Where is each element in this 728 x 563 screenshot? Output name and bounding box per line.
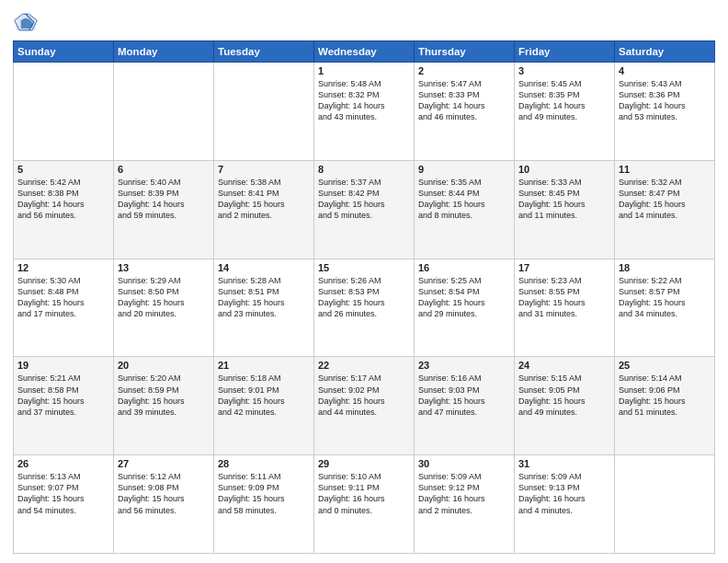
day-number: 27 xyxy=(118,458,210,469)
day-cell: 9Sunrise: 5:35 AM Sunset: 8:44 PM Daylig… xyxy=(415,160,515,259)
weekday-wednesday: Wednesday xyxy=(314,41,415,63)
weekday-monday: Monday xyxy=(114,41,214,63)
weekday-saturday: Saturday xyxy=(615,41,715,63)
day-detail: Sunrise: 5:22 AM Sunset: 8:57 PM Dayligh… xyxy=(619,275,711,320)
day-detail: Sunrise: 5:29 AM Sunset: 8:50 PM Dayligh… xyxy=(118,275,210,320)
day-number: 2 xyxy=(418,65,510,76)
day-cell: 16Sunrise: 5:25 AM Sunset: 8:54 PM Dayli… xyxy=(415,259,515,357)
day-cell: 18Sunrise: 5:22 AM Sunset: 8:57 PM Dayli… xyxy=(615,259,715,357)
day-cell: 8Sunrise: 5:37 AM Sunset: 8:42 PM Daylig… xyxy=(314,160,415,259)
day-number: 31 xyxy=(518,458,610,469)
day-number: 16 xyxy=(418,262,510,273)
day-cell: 17Sunrise: 5:23 AM Sunset: 8:55 PM Dayli… xyxy=(515,259,615,357)
day-cell: 4Sunrise: 5:43 AM Sunset: 8:36 PM Daylig… xyxy=(615,63,715,161)
day-cell xyxy=(114,63,214,161)
day-detail: Sunrise: 5:13 AM Sunset: 9:07 PM Dayligh… xyxy=(17,471,109,516)
day-number: 21 xyxy=(218,360,310,371)
day-cell: 19Sunrise: 5:21 AM Sunset: 8:58 PM Dayli… xyxy=(14,357,114,455)
day-cell: 5Sunrise: 5:42 AM Sunset: 8:38 PM Daylig… xyxy=(14,160,114,259)
weekday-thursday: Thursday xyxy=(415,41,515,63)
day-number: 19 xyxy=(17,360,109,371)
day-cell: 3Sunrise: 5:45 AM Sunset: 8:35 PM Daylig… xyxy=(515,63,615,161)
weekday-header-row: SundayMondayTuesdayWednesdayThursdayFrid… xyxy=(14,41,715,63)
day-detail: Sunrise: 5:14 AM Sunset: 9:06 PM Dayligh… xyxy=(619,373,711,418)
day-number: 11 xyxy=(619,164,711,175)
day-cell: 30Sunrise: 5:09 AM Sunset: 9:12 PM Dayli… xyxy=(415,455,515,554)
day-detail: Sunrise: 5:40 AM Sunset: 8:39 PM Dayligh… xyxy=(118,177,210,222)
day-cell: 11Sunrise: 5:32 AM Sunset: 8:47 PM Dayli… xyxy=(615,160,715,259)
day-cell: 15Sunrise: 5:26 AM Sunset: 8:53 PM Dayli… xyxy=(314,259,415,357)
day-detail: Sunrise: 5:48 AM Sunset: 8:32 PM Dayligh… xyxy=(318,78,410,123)
day-detail: Sunrise: 5:35 AM Sunset: 8:44 PM Dayligh… xyxy=(418,177,510,222)
day-number: 25 xyxy=(619,360,711,371)
week-row-4: 19Sunrise: 5:21 AM Sunset: 8:58 PM Dayli… xyxy=(14,357,715,455)
day-number: 12 xyxy=(17,262,109,273)
day-number: 17 xyxy=(518,262,610,273)
day-cell: 24Sunrise: 5:15 AM Sunset: 9:05 PM Dayli… xyxy=(515,357,615,455)
day-cell: 29Sunrise: 5:10 AM Sunset: 9:11 PM Dayli… xyxy=(314,455,415,554)
week-row-2: 5Sunrise: 5:42 AM Sunset: 8:38 PM Daylig… xyxy=(14,160,715,259)
day-number: 8 xyxy=(318,164,410,175)
day-cell: 14Sunrise: 5:28 AM Sunset: 8:51 PM Dayli… xyxy=(214,259,314,357)
day-cell: 6Sunrise: 5:40 AM Sunset: 8:39 PM Daylig… xyxy=(114,160,214,259)
week-row-3: 12Sunrise: 5:30 AM Sunset: 8:48 PM Dayli… xyxy=(14,259,715,357)
day-detail: Sunrise: 5:32 AM Sunset: 8:47 PM Dayligh… xyxy=(619,177,711,222)
day-detail: Sunrise: 5:25 AM Sunset: 8:54 PM Dayligh… xyxy=(418,275,510,320)
day-detail: Sunrise: 5:38 AM Sunset: 8:41 PM Dayligh… xyxy=(218,177,310,222)
day-cell: 25Sunrise: 5:14 AM Sunset: 9:06 PM Dayli… xyxy=(615,357,715,455)
day-number: 13 xyxy=(118,262,210,273)
day-number: 10 xyxy=(518,164,610,175)
day-detail: Sunrise: 5:42 AM Sunset: 8:38 PM Dayligh… xyxy=(17,177,109,222)
day-cell: 31Sunrise: 5:09 AM Sunset: 9:13 PM Dayli… xyxy=(515,455,615,554)
day-number: 4 xyxy=(619,65,711,76)
day-cell xyxy=(214,63,314,161)
day-cell: 1Sunrise: 5:48 AM Sunset: 8:32 PM Daylig… xyxy=(314,63,415,161)
weekday-friday: Friday xyxy=(515,41,615,63)
day-cell: 12Sunrise: 5:30 AM Sunset: 8:48 PM Dayli… xyxy=(14,259,114,357)
day-detail: Sunrise: 5:33 AM Sunset: 8:45 PM Dayligh… xyxy=(518,177,610,222)
day-detail: Sunrise: 5:09 AM Sunset: 9:13 PM Dayligh… xyxy=(518,471,610,516)
day-cell: 26Sunrise: 5:13 AM Sunset: 9:07 PM Dayli… xyxy=(14,455,114,554)
calendar-table: SundayMondayTuesdayWednesdayThursdayFrid… xyxy=(13,40,715,554)
day-cell: 7Sunrise: 5:38 AM Sunset: 8:41 PM Daylig… xyxy=(214,160,314,259)
logo-icon xyxy=(13,9,39,35)
day-number: 24 xyxy=(518,360,610,371)
day-detail: Sunrise: 5:26 AM Sunset: 8:53 PM Dayligh… xyxy=(318,275,410,320)
day-number: 9 xyxy=(418,164,510,175)
day-detail: Sunrise: 5:16 AM Sunset: 9:03 PM Dayligh… xyxy=(418,373,510,418)
day-number: 28 xyxy=(218,458,310,469)
day-cell: 21Sunrise: 5:18 AM Sunset: 9:01 PM Dayli… xyxy=(214,357,314,455)
day-detail: Sunrise: 5:30 AM Sunset: 8:48 PM Dayligh… xyxy=(17,275,109,320)
day-number: 6 xyxy=(118,164,210,175)
day-detail: Sunrise: 5:15 AM Sunset: 9:05 PM Dayligh… xyxy=(518,373,610,418)
day-cell xyxy=(14,63,114,161)
day-number: 1 xyxy=(318,65,410,76)
day-cell xyxy=(615,455,715,554)
day-cell: 27Sunrise: 5:12 AM Sunset: 9:08 PM Dayli… xyxy=(114,455,214,554)
day-detail: Sunrise: 5:43 AM Sunset: 8:36 PM Dayligh… xyxy=(619,78,711,123)
day-number: 7 xyxy=(218,164,310,175)
day-cell: 28Sunrise: 5:11 AM Sunset: 9:09 PM Dayli… xyxy=(214,455,314,554)
day-number: 18 xyxy=(619,262,711,273)
day-cell: 2Sunrise: 5:47 AM Sunset: 8:33 PM Daylig… xyxy=(415,63,515,161)
day-cell: 10Sunrise: 5:33 AM Sunset: 8:45 PM Dayli… xyxy=(515,160,615,259)
day-detail: Sunrise: 5:28 AM Sunset: 8:51 PM Dayligh… xyxy=(218,275,310,320)
day-number: 22 xyxy=(318,360,410,371)
day-detail: Sunrise: 5:09 AM Sunset: 9:12 PM Dayligh… xyxy=(418,471,510,516)
weekday-tuesday: Tuesday xyxy=(214,41,314,63)
day-detail: Sunrise: 5:21 AM Sunset: 8:58 PM Dayligh… xyxy=(17,373,109,418)
page: SundayMondayTuesdayWednesdayThursdayFrid… xyxy=(0,0,728,563)
day-number: 29 xyxy=(318,458,410,469)
day-number: 5 xyxy=(17,164,109,175)
day-detail: Sunrise: 5:23 AM Sunset: 8:55 PM Dayligh… xyxy=(518,275,610,320)
day-number: 26 xyxy=(17,458,109,469)
day-cell: 20Sunrise: 5:20 AM Sunset: 8:59 PM Dayli… xyxy=(114,357,214,455)
day-detail: Sunrise: 5:47 AM Sunset: 8:33 PM Dayligh… xyxy=(418,78,510,123)
day-detail: Sunrise: 5:37 AM Sunset: 8:42 PM Dayligh… xyxy=(318,177,410,222)
weekday-sunday: Sunday xyxy=(14,41,114,63)
day-number: 30 xyxy=(418,458,510,469)
day-cell: 13Sunrise: 5:29 AM Sunset: 8:50 PM Dayli… xyxy=(114,259,214,357)
day-detail: Sunrise: 5:10 AM Sunset: 9:11 PM Dayligh… xyxy=(318,471,410,516)
day-number: 23 xyxy=(418,360,510,371)
week-row-1: 1Sunrise: 5:48 AM Sunset: 8:32 PM Daylig… xyxy=(14,63,715,161)
